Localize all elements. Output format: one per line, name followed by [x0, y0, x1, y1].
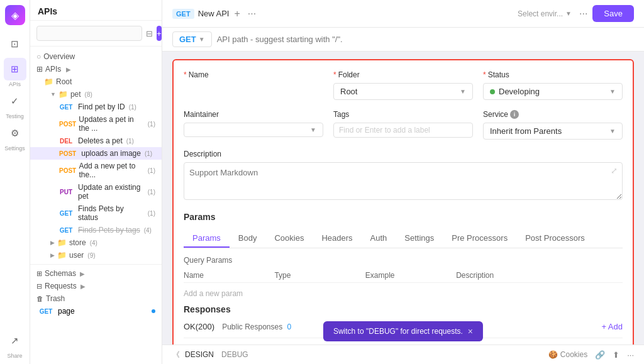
tree-item-find-by-status[interactable]: GET Finds Pets by status (1)	[30, 202, 162, 224]
schemas-icon: ⊞	[36, 270, 42, 278]
tree-item-apis[interactable]: ⊞ APIs ▶	[30, 63, 162, 75]
status-chevron: ▼	[609, 88, 616, 95]
tree-item-trash[interactable]: 🗑 Trash	[30, 292, 162, 305]
service-info-icon: i	[510, 110, 519, 119]
testing-icon[interactable]: ✓	[4, 90, 26, 113]
overview-icon: ○	[36, 52, 41, 61]
apis-search-row: ⊟ +	[30, 21, 162, 47]
maintainer-select[interactable]: ▼	[184, 123, 323, 137]
tree-item-delete-pet[interactable]: DEL Deletes a pet (1)	[30, 135, 162, 147]
editor-card: * Name * Folder Root ▼ *	[172, 59, 634, 345]
tree-item-pet[interactable]: ▼ 📁 pet (8)	[30, 88, 162, 101]
get-page-method: GET	[36, 307, 55, 316]
params-section: Params Params Body Cookies Headers Auth …	[184, 212, 623, 302]
tree-item-requests[interactable]: ⊟ Requests ▶	[30, 280, 162, 292]
add-api-button[interactable]: +	[157, 26, 162, 41]
sidebar-item-testing[interactable]: ✓ Testing	[4, 90, 26, 119]
tab-settings[interactable]: Settings	[396, 229, 443, 248]
chevron-left-icon: 《	[172, 350, 180, 360]
expand-description-icon[interactable]: ⤢	[611, 166, 618, 175]
query-params-header: Name Type Example Description	[184, 268, 623, 283]
tree-item-page[interactable]: GET page	[30, 305, 162, 317]
method-select[interactable]: GET ▼	[172, 31, 212, 47]
method-del-badge: DEL	[57, 137, 75, 145]
tree-item-user[interactable]: ▶ 📁 user (9)	[30, 249, 162, 262]
more-options-icon[interactable]: ···	[627, 350, 634, 360]
sidebar-item-share[interactable]: ↗ Share	[4, 329, 26, 359]
tree-item-store[interactable]: ▶ 📁 store (4)	[30, 236, 162, 249]
tags-input[interactable]: Find or Enter to add a label	[333, 123, 473, 138]
name-field: * Name	[184, 70, 323, 100]
share-icon[interactable]: ↗	[4, 329, 26, 352]
tab-post-processors[interactable]: Post Processors	[516, 229, 594, 248]
link-icon[interactable]: 🔗	[595, 350, 605, 360]
status-select[interactable]: Developing ▼	[483, 83, 623, 100]
env-select[interactable]: Select envir... ▼	[518, 9, 572, 18]
search-input[interactable]	[36, 26, 142, 41]
tab-headers[interactable]: Headers	[313, 229, 361, 248]
filter-icon[interactable]: ⊟	[146, 26, 153, 41]
settings-icon[interactable]: ⚙	[4, 122, 26, 145]
tree-item-overview[interactable]: ○ Overview	[30, 50, 162, 63]
tab-auth[interactable]: Auth	[362, 229, 396, 248]
tab-params[interactable]: Params	[184, 229, 230, 248]
tree-item-updates-pet[interactable]: POST Updates a pet in the ... (1)	[30, 113, 162, 135]
testing-label: Testing	[6, 114, 24, 119]
save-button[interactable]: Save	[592, 5, 634, 22]
service-select[interactable]: Inherit from Parents ▼	[483, 123, 623, 140]
add-tab-button[interactable]: +	[234, 8, 240, 19]
tree-item-add-pet[interactable]: POST Add a new pet to the... (1)	[30, 160, 162, 181]
debug-banner: Switch to "DEBUG" for direct requests. ×	[323, 321, 483, 341]
tab-pre-processors[interactable]: Pre Processors	[443, 229, 516, 248]
apis-label: APIs	[9, 82, 21, 87]
method-label: GET	[179, 35, 196, 44]
page-dot	[152, 309, 155, 313]
api-tree: ○ Overview ⊞ APIs ▶ 📁 Root ▼ 📁 pet (8) G…	[30, 47, 162, 364]
tab-design[interactable]: DESIGN	[185, 349, 214, 360]
public-responses-label: Public Responses 0	[222, 323, 291, 331]
tree-item-update-pet[interactable]: PUT Update an existing pet (1)	[30, 181, 162, 202]
description-section: Description ⤢	[184, 150, 623, 202]
folder-field: * Folder Root ▼	[333, 70, 473, 100]
sidebar-item-dashboard[interactable]: ⊡	[4, 33, 26, 55]
store-folder-icon: 📁	[57, 238, 67, 247]
api-tab[interactable]: GET New API	[172, 9, 229, 19]
share-label: Share	[7, 353, 22, 359]
apis-icon[interactable]: ⊞	[4, 58, 26, 80]
top-menu-dots[interactable]: ···	[579, 8, 587, 19]
tab-body[interactable]: Body	[230, 229, 266, 248]
debug-banner-text: Switch to "DEBUG" for direct requests.	[333, 327, 463, 336]
add-response-button[interactable]: + Add	[601, 322, 623, 331]
apis-panel-header: APIs	[30, 0, 162, 21]
folder-select[interactable]: Root ▼	[333, 83, 473, 100]
response-ok-label: OK(200)	[184, 322, 214, 331]
dashboard-icon[interactable]: ⊡	[4, 33, 26, 55]
pet-folder-icon: 📁	[58, 90, 68, 99]
pet-expand-arrow[interactable]: ▼	[50, 91, 56, 97]
tree-item-find-by-tags[interactable]: GET Finds Pets by tags (4)	[30, 224, 162, 236]
upload-icon[interactable]: ⬆	[613, 350, 619, 360]
tab-cookies[interactable]: Cookies	[265, 229, 313, 248]
method-post-badge-2: POST	[57, 150, 79, 158]
tree-item-schemas[interactable]: ⊞ Schemas ▶	[30, 267, 162, 280]
app-logo: ◈	[5, 5, 25, 25]
tree-item-root[interactable]: 📁 Root	[30, 75, 162, 88]
tab-menu-button[interactable]: ···	[248, 8, 256, 19]
url-input[interactable]	[217, 35, 634, 44]
tree-item-find-pet-by-id[interactable]: GET Find pet by ID (1)	[30, 101, 162, 113]
service-field: Service i Inherit from Parents ▼	[483, 110, 623, 140]
method-chevron: ▼	[199, 36, 205, 43]
debug-banner-close[interactable]: ×	[468, 326, 473, 336]
settings-label: Settings	[4, 146, 25, 152]
root-folder-icon: 📁	[44, 77, 53, 86]
sidebar-item-apis[interactable]: ⊞ APIs	[4, 58, 26, 87]
tree-item-upload-image[interactable]: POST uploads an image (1)	[30, 147, 162, 160]
tab-debug[interactable]: DEBUG	[221, 349, 248, 360]
description-textarea[interactable]	[184, 162, 623, 200]
cookies-button[interactable]: 🍪 Cookies	[548, 350, 587, 359]
responses-title: Responses	[184, 304, 623, 314]
add-param-button[interactable]: Add a new param	[184, 285, 623, 302]
method-get-badge-3: GET	[57, 226, 75, 234]
sidebar-item-settings[interactable]: ⚙ Settings	[4, 122, 26, 152]
maintainer-chevron: ▼	[310, 126, 316, 133]
